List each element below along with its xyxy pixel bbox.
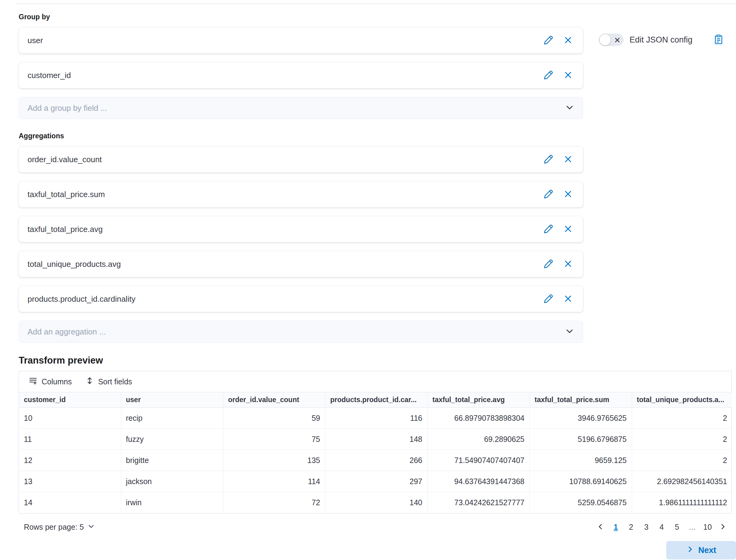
remove-aggregation-button[interactable] <box>562 189 573 200</box>
edit-aggregation-button[interactable] <box>543 189 554 200</box>
column-header-order-id-value-count[interactable]: order_id.value_count <box>223 392 325 408</box>
edit-aggregation-button[interactable] <box>543 259 554 270</box>
cell-taxful-total-price-sum: 5259.0546875 <box>529 492 632 513</box>
cross-icon <box>563 189 573 200</box>
preview-data-grid: Columns Sort fields customer_id user ord… <box>19 371 732 513</box>
page-button-3[interactable]: 3 <box>639 520 653 534</box>
cell-customer-id: 13 <box>19 471 121 492</box>
preview-table: customer_id user order_id.value_count pr… <box>19 392 732 513</box>
edit-json-config-toggle[interactable] <box>599 34 623 46</box>
table-header-row: customer_id user order_id.value_count pr… <box>19 392 732 408</box>
pencil-icon <box>544 189 553 200</box>
edit-aggregation-button[interactable] <box>543 224 554 235</box>
remove-aggregation-button[interactable] <box>562 224 573 235</box>
cell-customer-id: 14 <box>19 492 121 513</box>
column-header-products-product-id-cardinality[interactable]: products.product_id.car... <box>325 392 427 408</box>
add-aggregation-select[interactable]: Add an aggregation ... <box>19 321 583 343</box>
add-group-by-placeholder: Add a group by field ... <box>28 103 107 113</box>
toggle-knob <box>600 34 611 45</box>
cell-taxful-total-price-sum: 3946.9765625 <box>529 408 632 429</box>
cell-total-unique-products-avg: 2 <box>632 450 732 471</box>
remove-aggregation-button[interactable] <box>562 259 573 270</box>
cell-user: brigitte <box>121 450 223 471</box>
cell-user: recip <box>121 408 223 429</box>
aggregation-item-actions <box>543 189 573 200</box>
preview-title: Transform preview <box>19 355 732 366</box>
group-by-item-label: user <box>28 36 43 45</box>
column-header-taxful-total-price-avg[interactable]: taxful_total_price.avg <box>427 392 529 408</box>
top-divider <box>16 4 736 4</box>
columns-button-label: Columns <box>42 377 72 386</box>
page-button-2[interactable]: 2 <box>624 520 638 534</box>
page-button-10[interactable]: 10 <box>700 520 715 534</box>
cell-taxful-total-price-sum: 5196.6796875 <box>529 429 632 450</box>
cell-taxful-total-price-avg: 66.89790783898304 <box>427 408 529 429</box>
group-by-item: user <box>19 27 583 54</box>
previous-page-button[interactable] <box>593 520 607 534</box>
copy-config-button[interactable] <box>713 34 724 46</box>
page-button-5[interactable]: 5 <box>670 520 684 534</box>
edit-aggregation-button[interactable] <box>543 293 554 304</box>
cell-products-product-id-cardinality: 140 <box>325 492 427 513</box>
aggregation-item-actions <box>543 293 573 304</box>
chevron-right-icon <box>686 545 694 555</box>
add-group-by-field-select[interactable]: Add a group by field ... <box>19 97 583 119</box>
cross-icon <box>614 35 621 43</box>
page-button-4[interactable]: 4 <box>655 520 669 534</box>
cell-taxful-total-price-avg: 69.2890625 <box>427 429 529 450</box>
cell-customer-id: 12 <box>19 450 121 471</box>
cell-order-id-value-count: 72 <box>223 492 325 513</box>
grid-toolbar: Columns Sort fields <box>19 371 731 392</box>
columns-button[interactable]: Columns <box>29 376 72 387</box>
edit-aggregation-button[interactable] <box>543 154 554 165</box>
cell-customer-id: 11 <box>19 429 121 450</box>
cross-icon <box>563 294 573 304</box>
aggregations-label: Aggregations <box>19 132 732 140</box>
pager: 1 2 3 4 5 ... 10 <box>593 520 730 534</box>
pencil-icon <box>544 35 553 46</box>
cell-order-id-value-count: 114 <box>223 471 325 492</box>
remove-group-by-button[interactable] <box>562 35 573 46</box>
add-aggregation-placeholder: Add an aggregation ... <box>28 327 106 337</box>
next-page-button[interactable] <box>716 520 730 534</box>
edit-group-by-button[interactable] <box>543 35 554 46</box>
copy-clipboard-icon <box>713 34 724 46</box>
table-row: 12 brigitte 135 266 71.54907407407407 96… <box>19 450 732 471</box>
cell-products-product-id-cardinality: 116 <box>325 408 427 429</box>
next-button[interactable]: Next <box>666 541 736 559</box>
chevron-down-icon <box>88 523 95 532</box>
group-by-item-actions <box>543 35 573 46</box>
table-row: 13 jackson 114 297 94.63764391447368 107… <box>19 471 732 492</box>
edit-group-by-button[interactable] <box>543 70 554 81</box>
cell-total-unique-products-avg: 2.692982456140351 <box>632 471 732 492</box>
edit-json-config-label[interactable]: Edit JSON config <box>629 35 693 45</box>
aggregation-item: taxful_total_price.avg <box>19 216 583 242</box>
page-button-1[interactable]: 1 <box>609 520 623 534</box>
column-header-taxful-total-price-sum[interactable]: taxful_total_price.sum <box>529 392 632 408</box>
column-header-user[interactable]: user <box>121 392 223 408</box>
rows-per-page-label: Rows per page: 5 <box>24 523 84 532</box>
group-by-item-label: customer_id <box>28 71 71 80</box>
rows-per-page-button[interactable]: Rows per page: 5 <box>24 523 95 532</box>
group-by-item-actions <box>543 70 573 81</box>
page-ellipsis: ... <box>685 520 699 534</box>
cell-order-id-value-count: 59 <box>223 408 325 429</box>
cell-customer-id: 10 <box>19 408 121 429</box>
cell-taxful-total-price-sum: 10788.69140625 <box>529 471 632 492</box>
aggregation-item: products.product_id.cardinality <box>19 286 583 312</box>
sort-fields-button-label: Sort fields <box>98 377 132 386</box>
cell-taxful-total-price-avg: 71.54907407407407 <box>427 450 529 471</box>
remove-group-by-button[interactable] <box>562 70 573 81</box>
column-header-total-unique-products-avg[interactable]: total_unique_products.a... <box>632 392 732 408</box>
aggregation-item: taxful_total_price.sum <box>19 181 583 207</box>
sort-fields-button[interactable]: Sort fields <box>85 376 132 387</box>
cell-total-unique-products-avg: 2 <box>632 429 732 450</box>
main-content: Group by user customer_id <box>19 13 732 534</box>
chevron-left-icon <box>596 523 604 532</box>
remove-aggregation-button[interactable] <box>562 154 573 165</box>
column-header-customer-id[interactable]: customer_id <box>19 392 121 408</box>
table-row: 11 fuzzy 75 148 69.2890625 5196.6796875 … <box>19 429 732 450</box>
cross-icon <box>563 155 573 165</box>
remove-aggregation-button[interactable] <box>562 293 573 304</box>
chevron-right-icon <box>719 523 727 532</box>
